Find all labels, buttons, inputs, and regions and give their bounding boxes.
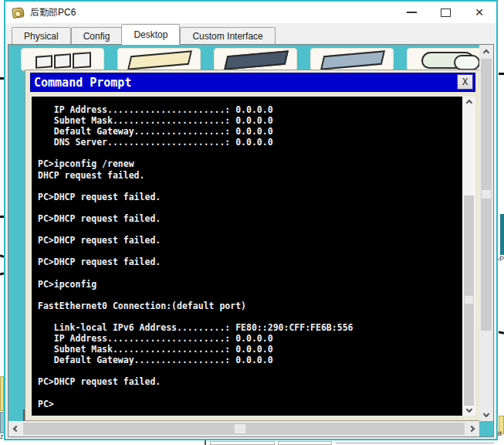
window-panes-icon (73, 52, 91, 69)
cloud-icon (421, 52, 475, 69)
desktop-horizontal-scrollbar[interactable] (8, 421, 479, 437)
packet-tracer-device-icon (12, 7, 25, 19)
chevron-up-icon (483, 49, 489, 55)
command-prompt-titlebar[interactable]: Command Prompt X (30, 73, 475, 92)
scroll-up-button[interactable] (462, 97, 475, 107)
command-prompt-title: Command Prompt (34, 76, 131, 90)
terminal-screen[interactable]: IP Address......................: 0.0.0.… (32, 97, 462, 416)
scrollbar-corner (479, 421, 493, 437)
desktop-icon-ip-configuration[interactable] (21, 48, 104, 71)
window-titlebar[interactable]: 后勤部PC6 × (5, 2, 496, 23)
terminal-output: IP Address......................: 0.0.0.… (32, 97, 462, 409)
terminal-panel: IP Address......................: 0.0.0.… (32, 97, 475, 416)
tab-physical[interactable]: Physical (12, 27, 71, 45)
monitor-icon (320, 50, 385, 70)
scroll-up-button[interactable] (479, 45, 493, 58)
window-title: 后勤部PC6 (30, 6, 76, 19)
bg-box-fragment (278, 441, 332, 445)
bg-box-fragment (336, 443, 494, 443)
bg-label-left: z (0, 433, 4, 440)
minimize-icon (407, 12, 417, 13)
command-prompt-close-button[interactable]: X (457, 74, 473, 90)
desktop-tab-frame: Command Prompt X IP Address.............… (8, 44, 494, 437)
scrollbar-grip (465, 296, 473, 304)
desktop-icon-dial-up[interactable] (117, 48, 201, 71)
maximize-button[interactable] (428, 2, 462, 23)
scroll-right-button[interactable] (465, 421, 479, 437)
close-icon: × (475, 5, 483, 19)
tab-bar: Physical Config Desktop Custom Interface (5, 23, 496, 45)
chevron-down-icon (483, 410, 489, 416)
bg-cable-fragment (499, 331, 504, 334)
tab-config[interactable]: Config (71, 27, 123, 45)
minimize-button[interactable] (394, 2, 428, 23)
bg-label-right-2: -P (497, 255, 504, 263)
scroll-down-button[interactable] (479, 408, 493, 421)
close-button[interactable]: × (462, 2, 496, 23)
chevron-up-icon (465, 100, 472, 106)
chevron-down-icon (465, 406, 472, 413)
modem-icon (127, 50, 192, 70)
scrollbar-grip (482, 190, 491, 199)
desktop-viewport: Command Prompt X IP Address.............… (8, 45, 479, 421)
command-prompt-window: Command Prompt X IP Address.............… (25, 70, 479, 421)
maximize-icon (441, 8, 451, 17)
scroll-down-button[interactable] (462, 405, 475, 416)
chevron-right-icon (468, 426, 475, 432)
chevron-left-icon (13, 426, 19, 432)
dark-monitor-icon (224, 50, 289, 70)
desktop-icon-terminal[interactable] (214, 48, 297, 71)
bg-box-fragment (210, 441, 275, 445)
pc-device-window: 后勤部PC6 × Physical Config Desktop Custom … (4, 0, 498, 440)
bg-box-fragment (205, 440, 206, 445)
bg-device-fragment (500, 214, 504, 255)
window-panes-icon (54, 53, 71, 69)
tab-custom-interface[interactable]: Custom Interface (180, 27, 275, 45)
scroll-left-button[interactable] (8, 421, 22, 437)
desktop-icon-command-prompt[interactable] (310, 48, 394, 71)
window-panes-icon (36, 55, 52, 69)
scrollbar-grip (235, 424, 245, 433)
bg-cable-fragment (499, 73, 504, 75)
terminal-scrollbar[interactable] (462, 97, 475, 416)
desktop-icon-web-browser[interactable] (407, 48, 479, 71)
desktop-vertical-scrollbar[interactable] (479, 45, 493, 421)
tab-desktop[interactable]: Desktop (121, 24, 180, 45)
